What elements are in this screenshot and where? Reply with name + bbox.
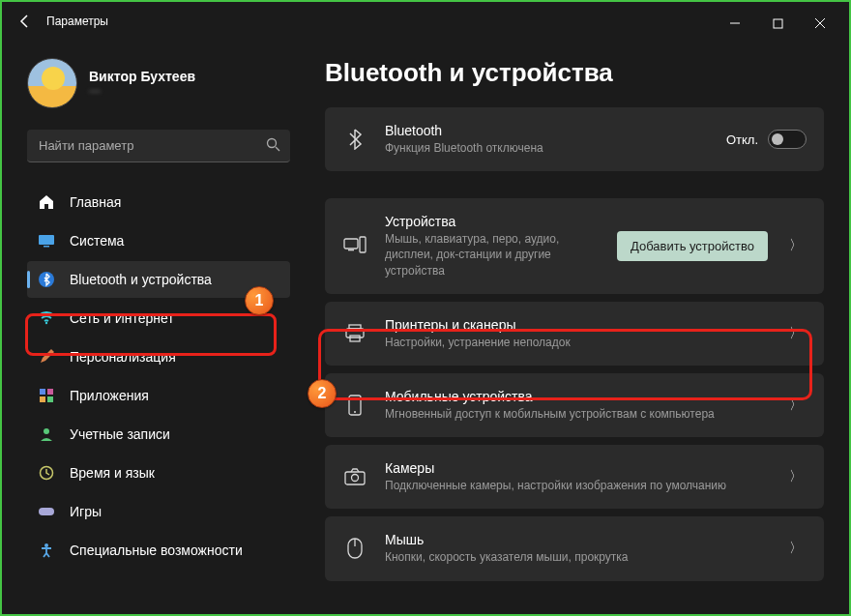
page-title: Bluetooth и устройства: [325, 58, 824, 88]
sidebar-item-personalization[interactable]: Персонализация: [27, 338, 290, 375]
wifi-icon: [37, 308, 56, 328]
sidebar-item-label: Система: [70, 233, 124, 249]
sidebar-item-label: Сеть и Интернет: [70, 310, 174, 326]
sidebar-item-label: Персонализация: [70, 349, 176, 365]
card-subtitle: Кнопки, скорость указателя мыши, прокрут…: [385, 549, 768, 565]
window-title: Параметры: [46, 15, 108, 28]
svg-rect-8: [40, 389, 45, 395]
card-title: Bluetooth: [385, 123, 709, 138]
chevron-right-icon: 〉: [785, 237, 807, 254]
clock-icon: [37, 463, 56, 483]
chevron-right-icon: 〉: [785, 396, 807, 414]
main-content: Bluetooth и устройства Bluetooth Функция…: [300, 41, 849, 614]
card-title: Принтеры и сканеры: [385, 317, 768, 333]
sidebar-item-home[interactable]: Главная: [27, 184, 290, 220]
system-icon: [37, 231, 56, 250]
settings-window: Параметры Виктор Бухтеев —: [0, 0, 851, 616]
card-mouse[interactable]: Мышь Кнопки, скорость указателя мыши, пр…: [325, 516, 824, 580]
user-email: —: [89, 84, 195, 98]
user-name: Виктор Бухтеев: [89, 69, 195, 84]
svg-rect-10: [40, 396, 45, 402]
printer-icon: [342, 321, 367, 346]
sidebar: Виктор Бухтеев — Главная Система: [2, 41, 300, 614]
sidebar-item-time-language[interactable]: Время и язык: [27, 455, 290, 491]
sidebar-item-apps[interactable]: Приложения: [27, 377, 290, 414]
svg-rect-16: [344, 239, 358, 249]
minimize-button[interactable]: [714, 10, 756, 37]
avatar: [27, 58, 77, 108]
card-subtitle: Настройки, устранение неполадок: [385, 335, 768, 350]
sidebar-item-label: Приложения: [70, 388, 149, 403]
card-subtitle: Мышь, клавиатура, перо, аудио, дисплеи, …: [385, 231, 598, 279]
home-icon: [37, 192, 56, 212]
maximize-button[interactable]: [756, 10, 799, 37]
sidebar-item-label: Bluetooth и устройства: [70, 272, 212, 287]
sidebar-item-accessibility[interactable]: Специальные возможности: [27, 532, 290, 569]
card-devices[interactable]: Устройства Мышь, клавиатура, перо, аудио…: [325, 198, 824, 294]
accessibility-icon: [37, 541, 56, 560]
sidebar-item-label: Игры: [70, 504, 102, 519]
card-subtitle: Подключенные камеры, настройки изображен…: [385, 478, 768, 493]
card-title: Мышь: [385, 532, 768, 547]
svg-point-15: [44, 543, 48, 547]
svg-point-12: [44, 428, 49, 434]
sidebar-item-system[interactable]: Система: [27, 222, 290, 259]
add-device-button[interactable]: Добавить устройство: [617, 231, 768, 261]
card-title: Мобильные устройства: [385, 389, 768, 404]
toggle-state: Откл.: [726, 132, 758, 147]
svg-rect-4: [39, 235, 54, 245]
annotation-badge-1: 1: [245, 286, 274, 315]
mouse-icon: [342, 536, 367, 561]
chevron-right-icon: 〉: [785, 468, 807, 485]
svg-rect-17: [348, 249, 354, 250]
svg-point-23: [354, 411, 356, 413]
search-icon: [266, 137, 280, 152]
bluetooth-toggle[interactable]: [768, 130, 807, 149]
svg-rect-5: [44, 246, 49, 248]
bluetooth-icon: [37, 270, 56, 289]
sidebar-item-label: Учетные записи: [70, 426, 170, 442]
card-printers[interactable]: Принтеры и сканеры Настройки, устранение…: [325, 302, 824, 366]
svg-point-7: [45, 322, 47, 324]
chevron-right-icon: 〉: [785, 325, 807, 342]
svg-point-25: [352, 475, 359, 482]
annotation-badge-2: 2: [308, 379, 337, 408]
svg-point-2: [268, 139, 277, 148]
card-title: Устройства: [385, 214, 600, 229]
card-mobile[interactable]: Мобильные устройства Мгновенный доступ к…: [325, 373, 824, 437]
search-box[interactable]: [27, 130, 290, 162]
camera-icon: [342, 464, 367, 489]
brush-icon: [37, 347, 56, 367]
apps-icon: [37, 386, 56, 405]
sidebar-item-label: Главная: [70, 194, 121, 210]
card-title: Камеры: [385, 460, 768, 476]
chevron-right-icon: 〉: [785, 540, 807, 557]
search-input[interactable]: [27, 130, 290, 162]
nav-list: Главная Система Bluetooth и устройства С…: [27, 184, 290, 569]
sidebar-item-label: Время и язык: [70, 465, 155, 481]
svg-rect-18: [360, 237, 366, 252]
sidebar-item-gaming[interactable]: Игры: [27, 493, 290, 530]
gamepad-icon: [37, 502, 56, 521]
titlebar: Параметры: [2, 2, 849, 41]
card-bluetooth[interactable]: Bluetooth Функция Bluetooth отключена От…: [325, 107, 824, 171]
sidebar-item-label: Специальные возможности: [70, 543, 243, 558]
devices-icon: [342, 233, 367, 258]
bluetooth-icon: [342, 127, 367, 152]
close-button[interactable]: [799, 10, 841, 37]
svg-rect-14: [39, 508, 54, 515]
svg-rect-1: [774, 19, 782, 28]
person-icon: [37, 425, 56, 444]
user-block[interactable]: Виктор Бухтеев —: [27, 58, 290, 108]
back-button[interactable]: [12, 8, 39, 35]
sidebar-item-accounts[interactable]: Учетные записи: [27, 416, 290, 453]
svg-rect-21: [350, 336, 360, 341]
svg-line-3: [276, 147, 279, 151]
svg-rect-11: [47, 396, 53, 402]
card-subtitle: Мгновенный доступ к мобильным устройства…: [385, 406, 768, 422]
phone-icon: [342, 393, 367, 418]
card-subtitle: Функция Bluetooth отключена: [385, 140, 709, 156]
svg-rect-9: [47, 389, 53, 395]
card-cameras[interactable]: Камеры Подключенные камеры, настройки из…: [325, 445, 824, 509]
